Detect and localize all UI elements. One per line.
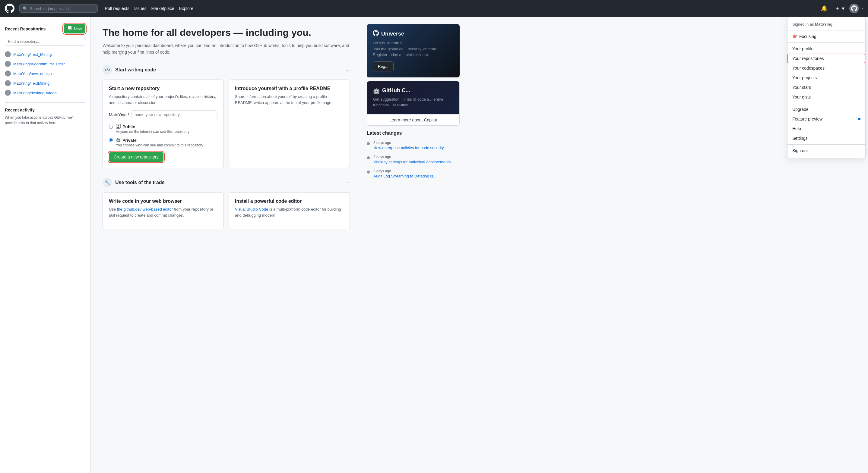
search-icon: 🔍: [23, 6, 27, 11]
notifications-button[interactable]: 🔔: [818, 4, 830, 13]
new-repo-card: Start a new repository A repository cont…: [102, 79, 224, 168]
search-placeholder: Search or jump to...: [30, 6, 64, 11]
section1-more-button[interactable]: ···: [345, 67, 350, 73]
vscode-card: Install a powerful code editor Visual St…: [228, 192, 350, 229]
repo-avatar-0: [5, 51, 11, 57]
dropdown-your-codespaces[interactable]: Your codespaces: [787, 63, 865, 73]
sidebar: Recent Repositories New MatoYing/Text_Mi…: [0, 17, 91, 473]
repo-item-4[interactable]: MatoYing/desktop-tutorial: [5, 88, 85, 98]
readme-card-desc: Share information about yourself by crea…: [235, 94, 343, 105]
dropdown-your-profile[interactable]: Your profile: [787, 44, 865, 54]
navbar: 🔍 Search or jump to... / Pull requests I…: [0, 0, 868, 17]
nav-explore[interactable]: Explore: [179, 6, 193, 11]
new-repo-card-desc: A repository contains all of your projec…: [109, 94, 217, 105]
nav-marketplace[interactable]: Marketplace: [151, 6, 174, 11]
focusing-icon: 🎯: [792, 34, 797, 39]
vscode-desc: Visual Studio Code is a multi-platform c…: [235, 206, 343, 218]
change-dot-0: [367, 142, 370, 145]
lock-icon: [116, 137, 121, 143]
dropdown-divider-3: [787, 144, 865, 145]
dropdown-upgrade[interactable]: Upgrade: [787, 105, 865, 114]
private-label: Private: [122, 138, 136, 143]
repo-avatar-3: [5, 80, 11, 86]
tools-section: 🔧 Use tools of the trade ··· Write code …: [102, 178, 350, 229]
public-icon: [116, 124, 121, 130]
dropdown-help[interactable]: Help: [787, 124, 865, 133]
hero-subtitle: Welcome to your personal dashboard, wher…: [102, 42, 350, 56]
public-option: Public Anyone on the internet can see th…: [109, 124, 217, 134]
svg-point-1: [118, 125, 119, 126]
change-time-2: 3 days ago: [373, 169, 436, 173]
web-editor-title: Write code in your web browser: [109, 199, 217, 204]
repo-item-1[interactable]: MatoYing/Algorithm_for_Offer: [5, 59, 85, 69]
change-dot-2: [367, 171, 370, 173]
repo-new-icon: [67, 26, 72, 32]
svg-rect-2: [117, 139, 120, 142]
new-repository-button[interactable]: New: [64, 24, 85, 33]
dropdown-settings[interactable]: Settings: [787, 133, 865, 143]
avatar[interactable]: [849, 4, 859, 13]
right-panel: Universe Let's build from h... Join the …: [362, 17, 464, 473]
private-option: Private You choose who can see and commi…: [109, 137, 217, 147]
feature-preview-label: Feature preview: [792, 116, 823, 122]
repo-visibility-group: Public Anyone on the internet can see th…: [109, 124, 217, 147]
vscode-title: Install a powerful code editor: [235, 199, 343, 204]
repo-owner-form: MatoYing /: [109, 110, 217, 119]
tools-icon: 🔧: [102, 178, 112, 188]
dropdown-your-projects[interactable]: Your projects: [787, 73, 865, 82]
user-dropdown-menu: Signed in as MatoYing 🎯 Focusing Your pr…: [787, 17, 866, 158]
public-radio[interactable]: [109, 125, 113, 129]
recent-repos-list: MatoYing/Text_Mining MatoYing/Algorithm_…: [5, 49, 85, 98]
repo-avatar-1: [5, 61, 11, 67]
latest-changes-title: Latest changes: [367, 130, 460, 136]
dropdown-your-gists[interactable]: Your gists: [787, 92, 865, 102]
public-desc: Anyone on the internet can see this repo…: [116, 130, 189, 134]
copilot-title-text: GitHub C...: [382, 88, 410, 94]
search-bar[interactable]: 🔍 Search or jump to... /: [19, 4, 98, 13]
feature-preview-dot: [858, 118, 861, 120]
section2-more-button[interactable]: ···: [345, 179, 350, 186]
copilot-icon: 🤖: [373, 88, 380, 94]
change-link-2[interactable]: Audit Log Streaming to Datadog is...: [373, 174, 436, 178]
github-logo-icon[interactable]: [5, 4, 14, 13]
latest-changes: Latest changes 3 days ago New enterprise…: [367, 130, 460, 178]
readme-card-title: Introduce yourself with a profile README: [235, 86, 343, 91]
universe-desc: Let's build from h... Join the global de…: [373, 40, 454, 58]
dropdown-your-repositories[interactable]: Your repositories: [787, 54, 865, 63]
nav-issues[interactable]: Issues: [134, 6, 146, 11]
main-content: The home for all developers — including …: [91, 17, 362, 473]
universe-title: Universe: [381, 31, 404, 37]
universe-register-button[interactable]: Reg...: [373, 62, 394, 71]
dropdown-feature-preview[interactable]: Feature preview: [787, 114, 865, 124]
copilot-header: 🤖 GitHub C... Get suggestion... lines of…: [367, 81, 459, 114]
focusing-item[interactable]: 🎯 Focusing: [787, 32, 865, 41]
dropdown-your-stars[interactable]: Your stars: [787, 82, 865, 92]
learn-more-copilot-button[interactable]: Learn more about Copilot: [367, 114, 459, 125]
code-icon: </>: [102, 65, 112, 75]
repo-item-3[interactable]: MatoYing/TextMining: [5, 78, 85, 88]
dropdown-username: MatoYing: [815, 22, 832, 27]
change-time-0: 3 days ago: [373, 141, 444, 145]
repo-item-2[interactable]: MatoYing/new_design: [5, 69, 85, 78]
change-link-1[interactable]: Visibility settings for individual Achie…: [373, 160, 451, 164]
dropdown-sign-out[interactable]: Sign out: [787, 146, 865, 156]
repo-item-0[interactable]: MatoYing/Text_Mining: [5, 49, 85, 59]
create-repository-button[interactable]: Create a new repository: [109, 152, 163, 162]
section2-header: 🔧 Use tools of the trade ···: [102, 178, 350, 188]
copilot-desc: Get suggestion... lines of code a... ent…: [373, 96, 453, 108]
section1-cards: Start a new repository A repository cont…: [102, 79, 350, 168]
private-desc: You choose who can see and commit to thi…: [116, 143, 203, 147]
private-radio[interactable]: [109, 138, 113, 142]
change-time-1: 3 days ago: [373, 155, 451, 159]
repo-name-input[interactable]: [131, 110, 217, 119]
universe-promo: Universe Let's build from h... Join the …: [367, 24, 460, 77]
change-link-0[interactable]: New enterprise policies for code securit…: [373, 145, 444, 150]
find-repo-input[interactable]: [5, 37, 85, 46]
githubdev-link[interactable]: the github.dev web-based editor: [117, 207, 173, 211]
nav-pull-requests[interactable]: Pull requests: [105, 6, 129, 11]
new-dropdown-button[interactable]: ＋ ▾: [832, 4, 847, 13]
recent-activity-title: Recent activity: [5, 107, 85, 112]
copilot-card: 🤖 GitHub C... Get suggestion... lines of…: [367, 81, 460, 126]
hero-title: The home for all developers — including …: [102, 27, 350, 39]
vscode-link[interactable]: Visual Studio Code: [235, 207, 268, 211]
